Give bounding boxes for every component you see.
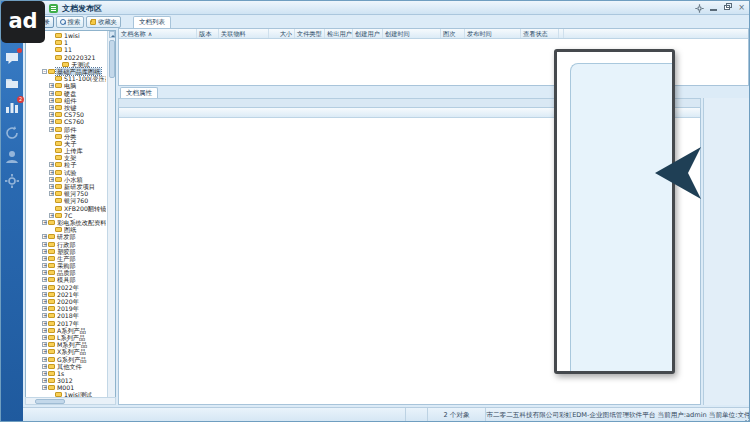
expand-icon[interactable]: + bbox=[49, 177, 54, 182]
expand-icon[interactable]: + bbox=[49, 191, 54, 196]
expand-icon[interactable]: + bbox=[42, 292, 47, 297]
doc-col-header[interactable]: 关联物料 bbox=[219, 29, 269, 38]
tree-item[interactable]: 11 bbox=[26, 46, 106, 53]
expand-icon[interactable]: + bbox=[42, 328, 47, 333]
doc-col-header[interactable]: 发布时间 bbox=[465, 29, 521, 38]
tree-tab-收藏夹[interactable]: 收藏夹 bbox=[86, 16, 121, 28]
doc-col-header[interactable]: 创建用户 bbox=[353, 29, 383, 38]
tree-tab-搜索[interactable]: 搜索 bbox=[56, 16, 85, 28]
collapse-icon[interactable]: – bbox=[42, 69, 47, 74]
tree-item[interactable]: +2018年 bbox=[26, 312, 106, 319]
expand-icon[interactable]: + bbox=[42, 321, 47, 326]
files-icon[interactable] bbox=[4, 75, 20, 91]
doc-col-header[interactable]: 版本 bbox=[197, 29, 219, 38]
scroll-up-icon[interactable] bbox=[109, 31, 115, 38]
doc-list-tab[interactable]: 文档列表 bbox=[133, 16, 171, 28]
expand-icon[interactable]: + bbox=[42, 306, 47, 311]
tree-item[interactable]: +1s bbox=[26, 370, 106, 377]
tree-item[interactable]: +M001 bbox=[26, 384, 106, 391]
tree-item[interactable]: +彩电系统改配资料 bbox=[26, 219, 106, 226]
tree-item[interactable]: +2019年 bbox=[26, 305, 106, 312]
expand-icon[interactable]: + bbox=[42, 285, 47, 290]
doc-col-header[interactable]: 文件类型 bbox=[295, 29, 325, 38]
expand-icon[interactable]: + bbox=[42, 242, 47, 247]
expand-icon[interactable]: + bbox=[42, 378, 47, 383]
tree-item[interactable]: +2022年 bbox=[26, 284, 106, 291]
tree-item[interactable]: +2017年 bbox=[26, 320, 106, 327]
expand-icon[interactable]: + bbox=[49, 213, 54, 218]
expand-icon[interactable]: + bbox=[42, 313, 47, 318]
expand-icon[interactable]: + bbox=[49, 98, 54, 103]
tree-item[interactable]: +7C bbox=[26, 212, 106, 219]
doc-col-header[interactable]: 大小 bbox=[269, 29, 295, 38]
gear-icon[interactable] bbox=[4, 173, 20, 189]
tree-item[interactable]: +CS750 bbox=[26, 111, 106, 118]
tree-item[interactable]: +采购部 bbox=[26, 262, 106, 269]
contacts-icon[interactable] bbox=[4, 149, 20, 165]
expand-icon[interactable]: + bbox=[49, 127, 54, 132]
minimize-icon[interactable] bbox=[708, 4, 719, 12]
maximize-icon[interactable] bbox=[722, 4, 733, 12]
tree-item[interactable]: +CS760 bbox=[26, 118, 106, 125]
tree-item[interactable]: +M系列产品 bbox=[26, 341, 106, 348]
expand-icon[interactable]: + bbox=[49, 105, 54, 110]
tree-item[interactable]: +品质部 bbox=[26, 269, 106, 276]
tree-item[interactable]: 分类 bbox=[26, 133, 106, 140]
tree-item[interactable]: +A系列产品 bbox=[26, 327, 106, 334]
chart-icon[interactable]: 2 bbox=[4, 99, 20, 115]
expand-icon[interactable]: + bbox=[42, 270, 47, 275]
tree-item[interactable]: +按键 bbox=[26, 104, 106, 111]
expand-icon[interactable]: + bbox=[49, 184, 54, 189]
tree-item[interactable]: +部件 bbox=[26, 125, 106, 132]
expand-icon[interactable]: + bbox=[42, 342, 47, 347]
tree-item[interactable]: 20220321 bbox=[26, 54, 106, 61]
expand-icon[interactable]: + bbox=[42, 263, 47, 268]
tree-item[interactable]: +电脑 bbox=[26, 82, 106, 89]
expand-icon[interactable]: + bbox=[42, 371, 47, 376]
tree-item[interactable]: +模具部 bbox=[26, 276, 106, 283]
tree-item[interactable]: +新研发项目 bbox=[26, 183, 106, 190]
tree-item[interactable]: +银河750 bbox=[26, 190, 106, 197]
expand-icon[interactable]: + bbox=[42, 299, 47, 304]
doc-col-header[interactable]: 文档名称 ∧ bbox=[119, 29, 197, 38]
expand-icon[interactable]: + bbox=[42, 385, 47, 390]
doc-col-header[interactable]: 查看状态 bbox=[521, 29, 559, 38]
expand-icon[interactable]: + bbox=[49, 112, 54, 117]
tree-item[interactable]: +生产部 bbox=[26, 255, 106, 262]
tree-item[interactable]: –基础产品库图纸 bbox=[26, 68, 106, 75]
expand-icon[interactable]: + bbox=[49, 83, 54, 88]
expand-icon[interactable]: + bbox=[42, 256, 47, 261]
tree-item[interactable]: +研发部 bbox=[26, 233, 106, 240]
resize-grip[interactable] bbox=[742, 414, 750, 422]
tree-item[interactable]: +组件 bbox=[26, 97, 106, 104]
tree-item[interactable]: +硬盘 bbox=[26, 90, 106, 97]
doc-col-header[interactable]: 创建时间 bbox=[383, 29, 441, 38]
tree-item[interactable]: +行政部 bbox=[26, 240, 106, 247]
tree-item[interactable]: +试验 bbox=[26, 169, 106, 176]
tree-item[interactable]: +3012 bbox=[26, 377, 106, 384]
expand-icon[interactable]: + bbox=[42, 249, 47, 254]
expand-icon[interactable]: + bbox=[49, 162, 54, 167]
tree-item[interactable]: +2021年 bbox=[26, 291, 106, 298]
expand-icon[interactable]: + bbox=[42, 349, 47, 354]
tree-item[interactable]: +2020年 bbox=[26, 298, 106, 305]
doc-col-header[interactable]: 检出用户 bbox=[325, 29, 353, 38]
tree-item[interactable]: 天测试 bbox=[26, 61, 106, 68]
close-icon[interactable]: × bbox=[736, 4, 747, 12]
expand-icon[interactable]: + bbox=[42, 277, 47, 282]
expand-icon[interactable]: + bbox=[42, 364, 47, 369]
sync-icon[interactable] bbox=[4, 125, 20, 141]
chat-icon[interactable] bbox=[4, 51, 20, 67]
tree-item[interactable]: 支架 bbox=[26, 154, 106, 161]
tree-item[interactable]: +X系列产品 bbox=[26, 348, 106, 355]
doc-col-header[interactable]: 图次 bbox=[441, 29, 465, 38]
tree-item[interactable]: +小水箱 bbox=[26, 176, 106, 183]
tree-item[interactable]: S11-100(变压器) bbox=[26, 75, 106, 82]
tree-horizontal-scrollbar[interactable] bbox=[25, 397, 116, 405]
tree-item[interactable]: 夫子 bbox=[26, 140, 106, 147]
tree-item[interactable]: 图纸 bbox=[26, 226, 106, 233]
expand-icon[interactable]: + bbox=[49, 91, 54, 96]
expand-icon[interactable]: + bbox=[49, 170, 54, 175]
tree-vertical-scrollbar[interactable] bbox=[107, 31, 115, 404]
doc-props-tab[interactable]: 文档属性 bbox=[120, 87, 158, 98]
